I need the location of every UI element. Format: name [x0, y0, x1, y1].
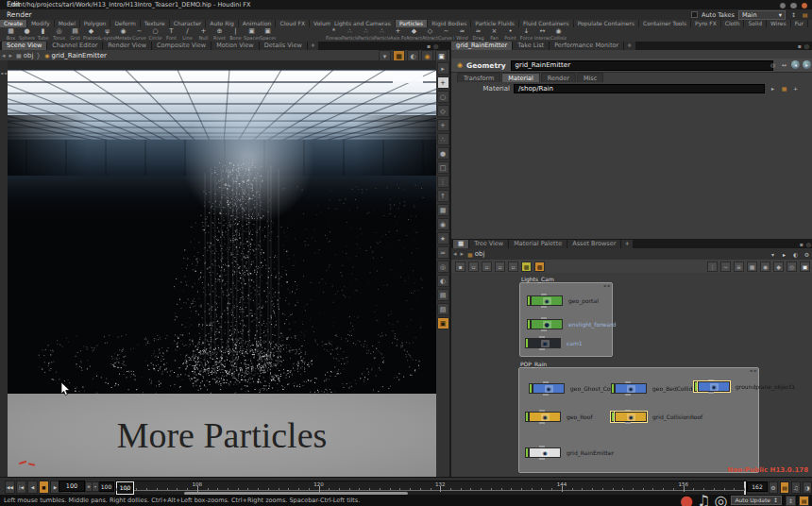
menu-arrow-icon[interactable]: ▸ [769, 84, 777, 93]
tab-details-view[interactable]: Details View [260, 42, 307, 50]
tab-asset-browser[interactable]: Asset Browser [567, 240, 620, 248]
takes-list-icon[interactable]: ↕ [789, 10, 798, 19]
pan-mode-icon[interactable]: ▫ [468, 261, 479, 272]
shelf-tool-tube[interactable]: ▮Tube [35, 27, 51, 42]
playhead-marker[interactable]: 100 [116, 481, 134, 495]
shelf-tool-torus[interactable]: ◎Torus [51, 27, 67, 42]
chevron-up-down-icon[interactable]: ↕ [773, 497, 778, 504]
scale-tool-icon[interactable]: ◇ [437, 105, 449, 117]
node-geo-roof[interactable]: ◉geo_Roof [525, 412, 565, 422]
shaded-mode-icon[interactable]: ● [437, 147, 449, 160]
take-selector[interactable]: Main ▾ [738, 10, 786, 20]
lasso-pick-icon[interactable]: ▫ [495, 261, 505, 272]
jump-to-material-icon[interactable]: ▦ [780, 84, 788, 93]
current-node-icon[interactable]: ▫ [508, 261, 518, 272]
path-history-caret[interactable]: ▾ [769, 250, 777, 259]
shape-palette-icon[interactable]: ▩ [534, 261, 545, 272]
shelf-tool-font[interactable]: TFont [163, 27, 179, 42]
stop-button[interactable]: ■ [39, 481, 49, 494]
color-palette-icon[interactable]: ▩ [521, 261, 532, 272]
shelf-tab-cloud-fx[interactable]: Cloud FX [276, 20, 309, 27]
shelf-tab-lights-and-cameras[interactable]: Lights and Cameras [330, 20, 395, 27]
playback-options-icon[interactable]: ⚙ [769, 481, 778, 494]
shelf-tool-grid[interactable]: ▤Grid [67, 27, 83, 42]
net-back-icon[interactable]: ◂ [451, 250, 459, 258]
zoom-network-icon[interactable]: ◎ [787, 261, 797, 272]
points-display-icon[interactable]: ⋮ [437, 176, 449, 188]
shelf-tab-texture[interactable]: Texture [141, 20, 169, 27]
move-tool-icon[interactable]: + [437, 76, 449, 89]
expand-icon[interactable]: + [791, 84, 800, 93]
shelf-tab-drive-simulation[interactable]: Drive Simulation [808, 20, 812, 27]
record-indicator[interactable]: ● [680, 492, 693, 506]
param-filter-icon[interactable]: ↔ [780, 60, 788, 69]
pane-menu-icon[interactable]: ◎ [433, 42, 438, 49]
maximize-button[interactable] [789, 2, 798, 10]
tab-render-view[interactable]: Render View [103, 42, 151, 50]
shelf-tab-animation[interactable]: Animation [239, 20, 276, 27]
material-display-icon[interactable]: ◎ [437, 261, 449, 273]
linked-pane-icon[interactable]: ▪ [427, 42, 431, 49]
tab-performance-monitor[interactable]: Performance Monitor [550, 42, 623, 50]
realtime-toggle-icon[interactable]: ▤ [780, 481, 789, 494]
material-path-field[interactable]: /shop/Rain [514, 84, 765, 93]
play-reverse-button[interactable]: ◀ [27, 481, 38, 494]
path-forward-icon[interactable]: ▸ [8, 52, 15, 59]
shelf-tab-polygon[interactable]: Polygon [80, 20, 110, 27]
shelf-tool-drag[interactable]: ≈Drag [470, 27, 486, 42]
auto-update-selector[interactable]: Auto Update ↕ [731, 496, 782, 505]
display-mode-icon[interactable]: ◉ [760, 261, 770, 272]
menu-edit[interactable]: Edit [0, 0, 44, 9]
shelf-tab-character[interactable]: Character [170, 20, 206, 27]
shelf-tab-container-tools[interactable]: Container Tools [639, 20, 690, 27]
param-tab-transform[interactable]: Transform [457, 73, 500, 82]
shelf-tab-particle-fluids[interactable]: Particle Fluids [471, 20, 518, 27]
shelf-tool-attract-to[interactable]: ◆Attract to [406, 27, 422, 42]
shelf-tool-particles-f[interactable]: ∴Particles f [374, 27, 390, 42]
node-groundplane-object1[interactable]: ◉groundplane_object1 [694, 381, 734, 392]
camera-view-icon[interactable]: ◉ [437, 218, 449, 230]
shelf-tool-collision-d[interactable]: ◉Collision d [550, 27, 567, 42]
node-geo-ghost-collider[interactable]: ◉geo_Ghost_Collider [529, 383, 568, 394]
param-tab-render[interactable]: Render [541, 73, 576, 82]
desktop-icon[interactable]: ▤ [801, 10, 809, 19]
group-display-icon[interactable]: ▤ [437, 289, 449, 301]
shelf-tab-solid[interactable]: Solid [744, 20, 766, 27]
memory-usage-icon[interactable]: ▤ [799, 496, 809, 506]
rotate-tool-icon[interactable]: ○ [437, 91, 449, 103]
param-search-icon[interactable]: ◎ [769, 60, 777, 69]
shelf-tool-particles-f[interactable]: ∴Particles f [358, 27, 374, 42]
shelf-tab-auto-rig[interactable]: Auto Rig [206, 20, 237, 27]
shelf-tab-deform[interactable]: Deform [110, 20, 139, 27]
light-display-icon[interactable]: ★ [437, 232, 449, 245]
tab-material-palette[interactable]: Material Palette [509, 240, 567, 248]
prev-node-button[interactable]: ◂ [791, 60, 800, 69]
shelf-tab-wires[interactable]: Wires [767, 20, 790, 27]
auto-takes-checkbox[interactable] [691, 11, 698, 18]
node-grid-collisionroof[interactable]: ◉grid_CollisionRoof [611, 412, 651, 422]
shelf-tool-metaball[interactable]: ◉Metaball [115, 27, 131, 42]
tab-motion-view[interactable]: Motion View [211, 42, 259, 50]
range-start-field[interactable]: 100 [98, 481, 114, 492]
titlebar[interactable]: /mnt/hq/projects/tarl/Work/H13_Intro/H13… [0, 0, 812, 9]
tab-take-list[interactable]: Take List [513, 42, 549, 50]
node-geo-portal[interactable]: ◉geo_portal [527, 295, 567, 306]
objects-tool-icon[interactable]: ▪ [1, 71, 4, 76]
shelf-tool-bone[interactable]: |Bone [228, 27, 244, 42]
status-badge-icon[interactable]: ◎ [714, 492, 727, 506]
tab-add-tab[interactable]: + [624, 42, 634, 50]
shelf-tool-fan[interactable]: ×Fan [486, 27, 502, 42]
shelf-tab-rigid-bodies[interactable]: Rigid Bodies [428, 20, 470, 27]
display-options-icon[interactable]: ▣ [437, 317, 449, 329]
pane-menu-icon[interactable]: ◎ [806, 241, 811, 247]
network-gear-icon[interactable]: ⚙ [803, 250, 811, 259]
prev-frame-button[interactable]: |◀ [16, 481, 26, 494]
shelf-tool-curve[interactable]: ~Curve [131, 27, 147, 42]
shelf-tool-spaceshi[interactable]: ▣Spaceshi [244, 27, 260, 42]
network-path-crumb[interactable]: obj [475, 250, 485, 258]
close-button[interactable] [801, 2, 809, 10]
layout-icon[interactable]: ≡ [734, 261, 744, 272]
shelf-tool-platonic[interactable]: ◆Platonic [83, 27, 99, 42]
snap-grid-icon[interactable]: ▦ [747, 261, 757, 272]
shelf-tab-cloth[interactable]: Cloth [721, 20, 744, 27]
